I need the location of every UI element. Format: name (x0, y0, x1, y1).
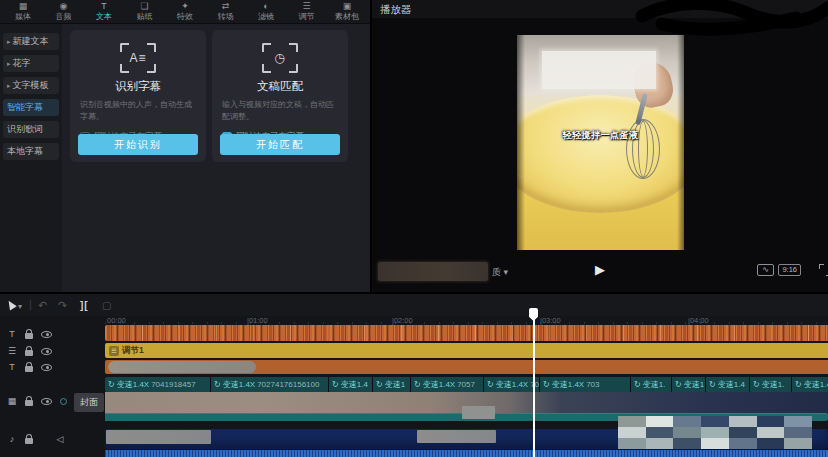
toolbar-tab-media[interactable]: ▦媒体 (6, 0, 40, 23)
censor-blur-text (108, 361, 256, 373)
script-match-icon: ◷ (262, 43, 298, 73)
speed-icon: ↻ (332, 381, 339, 389)
ruler-label: |01:00 (247, 316, 268, 325)
undo-icon[interactable]: ↶ (38, 298, 47, 312)
subtitle-track[interactable] (105, 325, 828, 341)
toolbar-tab-label: 媒体 (15, 12, 31, 21)
sidebar-item-智能字幕[interactable]: 智能字幕 (3, 99, 59, 116)
mosaic-cell (701, 427, 729, 438)
select-tool-icon[interactable] (5, 299, 17, 311)
video-clip[interactable]: ↻变速1.4X703 (540, 377, 630, 392)
toolbar-tab-sticker[interactable]: ❏贴纸 (128, 0, 162, 23)
lock-icon[interactable] (25, 366, 33, 372)
censor-blur-box (542, 51, 656, 89)
toolbar-tab-text[interactable]: T文本 (87, 0, 121, 23)
ruler-label: |03:00 (540, 316, 561, 325)
speed-icon: ↻ (543, 381, 550, 389)
start-match-button[interactable]: 开始匹配 (220, 134, 340, 155)
toolbar-tab-filter[interactable]: ◐滤镜 (249, 0, 283, 23)
timeline-ruler[interactable]: 00:00|01:00|02:00|03:00|04:00 (105, 316, 828, 325)
clip-speed-label: 变速1. (762, 379, 785, 390)
sidebar-item-label: 识别歌词 (7, 123, 43, 136)
speed-icon: ↻ (376, 381, 383, 389)
quality-dropdown[interactable]: 质 ▾ (492, 266, 508, 279)
player-title: 播放器 (380, 3, 412, 17)
track-header-text-2: T (0, 360, 104, 374)
sidebar-item-新建文本[interactable]: ▸新建文本 (3, 33, 59, 50)
smart-subtitle-panel: A≡ 识别字幕 识别音视频中的人声，自动生成字幕。 ✓ 同时清空已有字幕 开始识… (62, 24, 370, 292)
video-clip[interactable]: ↻变速1.4X7041918457 (105, 377, 210, 392)
censor-blur-audio-1 (106, 430, 211, 444)
speed-icon: ↻ (214, 381, 221, 389)
video-clip[interactable]: ↻变速1 (672, 377, 705, 392)
mosaic-cell (701, 416, 729, 427)
adjust-clip-chip: ☰ 调节1 (109, 345, 144, 357)
toolbar-tab-effects[interactable]: ✦特效 (168, 0, 202, 23)
video-clip[interactable]: ↻变速1.4 (329, 377, 372, 392)
adjust-icon: ☰ (302, 2, 310, 11)
video-clip[interactable]: ↻变速1.4 (792, 377, 828, 392)
censor-blur-audio-2 (417, 430, 496, 443)
monitor-audio-icon[interactable]: ◁ (55, 434, 65, 444)
video-clip[interactable]: ↻变速1.4X7057 (411, 377, 483, 392)
cover-button[interactable]: 封面 (74, 393, 104, 412)
mosaic-cell (618, 438, 646, 449)
eye-icon[interactable] (41, 348, 52, 355)
lock-icon[interactable] (25, 350, 33, 356)
toolbar-tab-adjust[interactable]: ☰调节 (290, 0, 324, 23)
video-clip[interactable]: ↻变速1. (750, 377, 791, 392)
lock-icon[interactable] (25, 438, 33, 444)
eye-icon[interactable] (41, 398, 52, 405)
material-pack-icon: ▣ (343, 2, 352, 11)
speed-icon: ↻ (108, 381, 115, 389)
card-description: 输入与视频对应的文稿，自动匹配调整。 (222, 99, 338, 124)
fullscreen-icon[interactable] (819, 264, 828, 276)
expand-arrow-icon: ▸ (7, 38, 11, 46)
video-clip[interactable]: ↻变速1 (373, 377, 410, 392)
sidebar-item-label: 智能字幕 (7, 101, 43, 114)
clip-speed-label: 变速1.4X (496, 379, 528, 390)
speed-icon: ↻ (753, 381, 760, 389)
clip-speed-label: 变速1.4X (223, 379, 255, 390)
toolbar-tab-transition[interactable]: ⇄转场 (209, 0, 243, 23)
sidebar-item-花字[interactable]: ▸花字 (3, 55, 59, 72)
redo-icon[interactable]: ↷ (58, 298, 67, 312)
audio-icon: ◉ (60, 2, 68, 11)
delete-icon[interactable]: ▢ (102, 299, 111, 313)
recognize-glyph: A≡ (120, 43, 156, 73)
play-button[interactable]: ▶ (595, 261, 605, 279)
mosaic-cell (646, 416, 674, 427)
video-preview[interactable]: 轻轻搅拌一点蛋液 (517, 35, 684, 250)
audio-waveform-strip[interactable] (105, 450, 828, 457)
clip-id-label: 7057 (457, 380, 475, 389)
video-clip[interactable]: ↻变速1.4X70274176156100 (211, 377, 328, 392)
adjust-track[interactable]: ☰ 调节1 (105, 343, 828, 358)
video-clip[interactable]: ↻变速1.4 (706, 377, 749, 392)
select-tool-chevron-icon[interactable]: ▾ (18, 300, 22, 314)
preview-quality-icon[interactable]: ∿ (757, 264, 774, 276)
sticker-icon: ❏ (140, 2, 148, 11)
clip-id-label: 703 (586, 380, 599, 389)
aspect-ratio-button[interactable]: 9:16 (778, 264, 801, 276)
adjust-clip-icon: ☰ (109, 346, 119, 356)
timeline-panel: ▾ | ↶ ↷ ][ ▢ 00:00|01:00|02:00|03:00|04:… (0, 292, 828, 457)
video-clip[interactable]: ↻变速1. (631, 377, 671, 392)
lock-icon[interactable] (25, 400, 33, 406)
start-recognize-button[interactable]: 开始识别 (78, 134, 198, 155)
split-clip-icon[interactable]: ][ (80, 299, 89, 313)
censor-blur-audio-3 (462, 406, 495, 419)
eye-icon[interactable] (41, 331, 52, 338)
main-track-indicator[interactable] (60, 398, 67, 405)
eye-icon[interactable] (41, 364, 52, 371)
sidebar-item-本地字幕[interactable]: 本地字幕 (3, 143, 59, 160)
filter-icon: ◐ (263, 2, 268, 11)
text-track-2[interactable] (105, 360, 828, 374)
playhead[interactable] (528, 308, 539, 457)
toolbar-tab-material-pack[interactable]: ▣素材包 (330, 0, 364, 23)
toolbar-tab-audio[interactable]: ◉音频 (47, 0, 81, 23)
mosaic-cell (784, 438, 812, 449)
lock-icon[interactable] (25, 333, 33, 339)
sidebar-item-文字模板[interactable]: ▸文字模板 (3, 77, 59, 94)
sidebar-item-label: 新建文本 (13, 35, 49, 48)
sidebar-item-识别歌词[interactable]: 识别歌词 (3, 121, 59, 138)
